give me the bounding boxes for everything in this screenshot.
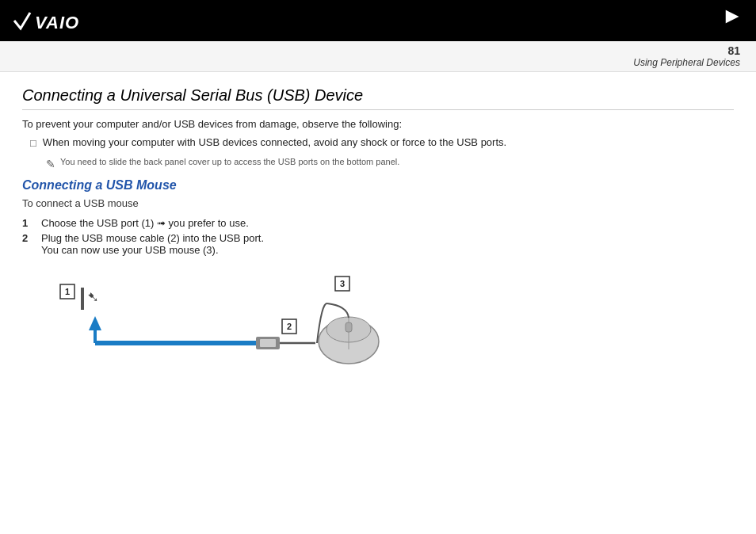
page-bar: 81 Using Peripheral Devices xyxy=(0,41,756,72)
intro-text: To prevent your computer and/or USB devi… xyxy=(22,118,734,130)
svg-rect-9 xyxy=(260,339,276,347)
note-text: You need to slide the back panel cover u… xyxy=(60,157,399,166)
vaio-logo-svg: VAIO xyxy=(13,6,92,35)
diagram-svg: 1 ➷ 2 3 xyxy=(54,270,387,381)
header: VAIO ► xyxy=(0,0,756,41)
checkbox-icon: □ xyxy=(30,137,36,149)
pencil-icon: ✎ xyxy=(46,158,55,170)
vaio-logo: VAIO xyxy=(13,6,92,35)
arrow-right-icon: ► xyxy=(721,0,743,27)
svg-text:1: 1 xyxy=(65,287,70,296)
page-number: 81 xyxy=(16,44,740,57)
step-1: 1 Choose the USB port (1) ➟ you prefer t… xyxy=(22,217,734,229)
bullet-item-0: □ When moving your computer with USB dev… xyxy=(30,136,734,149)
svg-text:2: 2 xyxy=(287,322,292,331)
steps-list: 1 Choose the USB port (1) ➟ you prefer t… xyxy=(22,217,734,256)
step-text-1: Choose the USB port (1) ➟ you prefer to … xyxy=(41,217,249,229)
svg-text:3: 3 xyxy=(340,279,345,288)
svg-text:➷: ➷ xyxy=(87,289,99,305)
step-num-1: 1 xyxy=(22,217,41,229)
step-text-2: Plug the USB mouse cable (2) into the US… xyxy=(41,232,264,256)
nav-arrows: ► xyxy=(721,0,743,27)
page-subtitle: Using Peripheral Devices xyxy=(633,57,740,68)
main-content: Connecting a Universal Serial Bus (USB) … xyxy=(0,72,756,395)
step-2: 2 Plug the USB mouse cable (2) into the … xyxy=(22,232,734,256)
diagram: 1 ➷ 2 3 xyxy=(54,270,387,381)
svg-rect-3 xyxy=(81,288,84,310)
svg-marker-6 xyxy=(89,316,101,330)
step-num-2: 2 xyxy=(22,232,41,256)
main-title: Connecting a Universal Serial Bus (USB) … xyxy=(22,86,734,110)
svg-text:VAIO: VAIO xyxy=(35,13,79,32)
note-box: ✎ You need to slide the back panel cover… xyxy=(46,157,734,170)
svg-rect-18 xyxy=(346,322,352,332)
bullet-text-0: When moving your computer with USB devic… xyxy=(43,136,506,148)
section-title: Connecting a USB Mouse xyxy=(22,178,734,193)
sub-intro: To connect a USB mouse xyxy=(22,197,734,209)
